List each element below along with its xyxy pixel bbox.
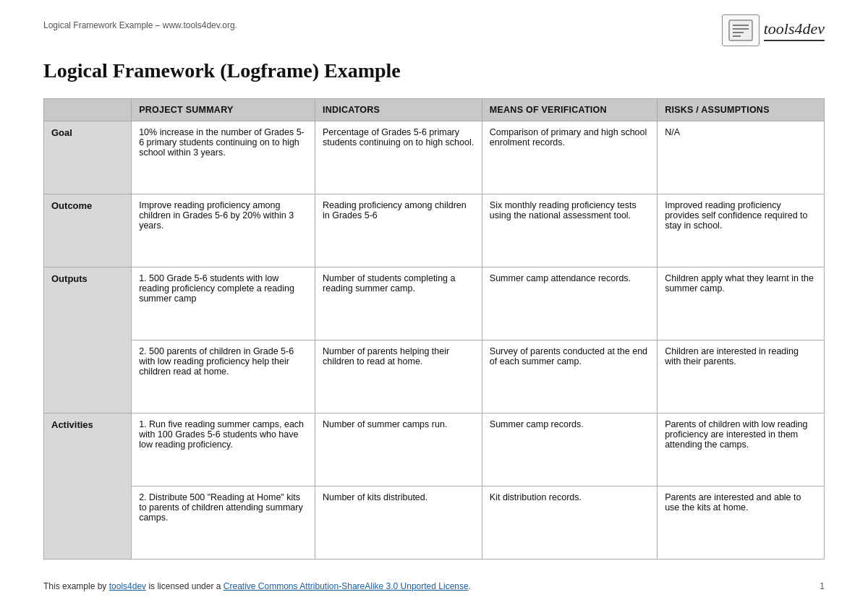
svg-rect-0 (729, 20, 752, 40)
logo-icon (722, 14, 760, 46)
footer-text-middle: is licensed under a (146, 581, 224, 591)
table-row-outputs-2: 2. 500 parents of children in Grade 5-6 … (44, 340, 825, 413)
activities-1-means: Summer camp records. (482, 413, 657, 486)
outcome-risks: Improved reading proficiency provides se… (658, 194, 825, 267)
footer: This example by tools4dev is licensed un… (43, 560, 825, 591)
row-header-outputs: Outputs (44, 267, 132, 413)
col-header-empty (44, 99, 132, 121)
activities-2-means: Kit distribution records. (482, 486, 657, 560)
row-header-activities: Activities (44, 413, 132, 560)
footer-page-number: 1 (820, 581, 825, 591)
table-row-goal: Goal 10% increase in the number of Grade… (44, 121, 825, 194)
tagline: Logical Framework Example – www.tools4de… (43, 20, 237, 30)
footer-link-tools4dev[interactable]: tools4dev (109, 581, 146, 591)
outcome-indicators: Reading proficiency among children in Gr… (315, 194, 482, 267)
activities-2-indicators: Number of kits distributed. (315, 486, 482, 560)
logframe-table: PROJECT SUMMARY INDICATORS MEANS OF VERI… (43, 98, 825, 560)
footer-link-license[interactable]: Creative Commons Attribution-ShareAlike … (224, 581, 469, 591)
goal-means: Comparison of primary and high school en… (482, 121, 657, 194)
outputs-2-indicators: Number of parents helping their children… (315, 340, 482, 413)
outcome-project-summary: Improve reading proficiency among childr… (132, 194, 315, 267)
outputs-1-indicators: Number of students completing a reading … (315, 267, 482, 340)
outputs-2-risks: Children are interested in reading with … (658, 340, 825, 413)
activities-2-risks: Parents are interested and able to use t… (658, 486, 825, 560)
activities-1-project-summary: 1. Run five reading summer camps, each w… (132, 413, 315, 486)
activities-1-indicators: Number of summer camps run. (315, 413, 482, 486)
table-row-outputs-1: Outputs 1. 500 Grade 5-6 students with l… (44, 267, 825, 340)
footer-text: This example by tools4dev is licensed un… (43, 581, 471, 591)
page-container: Logical Framework Example – www.tools4de… (0, 0, 868, 613)
footer-text-after: . (469, 581, 471, 591)
footer-text-before: This example by (43, 581, 109, 591)
table-row-activities-1: Activities 1. Run five reading summer ca… (44, 413, 825, 486)
outputs-2-means: Survey of parents conducted at the end o… (482, 340, 657, 413)
goal-risks: N/A (658, 121, 825, 194)
col-header-indicators: INDICATORS (315, 99, 482, 121)
outputs-2-project-summary: 2. 500 parents of children in Grade 5-6 … (132, 340, 315, 413)
table-row-outcome: Outcome Improve reading proficiency amon… (44, 194, 825, 267)
row-header-goal: Goal (44, 121, 132, 194)
outputs-1-risks: Children apply what they learnt in the s… (658, 267, 825, 340)
goal-project-summary: 10% increase in the number of Grades 5-6… (132, 121, 315, 194)
outputs-1-project-summary: 1. 500 Grade 5-6 students with low readi… (132, 267, 315, 340)
activities-1-risks: Parents of children with low reading pro… (658, 413, 825, 486)
goal-indicators: Percentage of Grades 5-6 primary student… (315, 121, 482, 194)
col-header-project-summary: PROJECT SUMMARY (132, 99, 315, 121)
row-header-outcome: Outcome (44, 194, 132, 267)
top-bar: Logical Framework Example – www.tools4de… (43, 14, 825, 46)
activities-2-project-summary: 2. Distribute 500 "Reading at Home" kits… (132, 486, 315, 560)
logo-text: tools4dev (764, 20, 825, 41)
col-header-means: MEANS OF VERIFICATION (482, 99, 657, 121)
col-header-risks: RISKS / ASSUMPTIONS (658, 99, 825, 121)
table-row-activities-2: 2. Distribute 500 "Reading at Home" kits… (44, 486, 825, 560)
outputs-1-means: Summer camp attendance records. (482, 267, 657, 340)
page-title: Logical Framework (Logframe) Example (43, 59, 825, 82)
logo-area: tools4dev (722, 14, 825, 46)
outcome-means: Six monthly reading proficiency tests us… (482, 194, 657, 267)
